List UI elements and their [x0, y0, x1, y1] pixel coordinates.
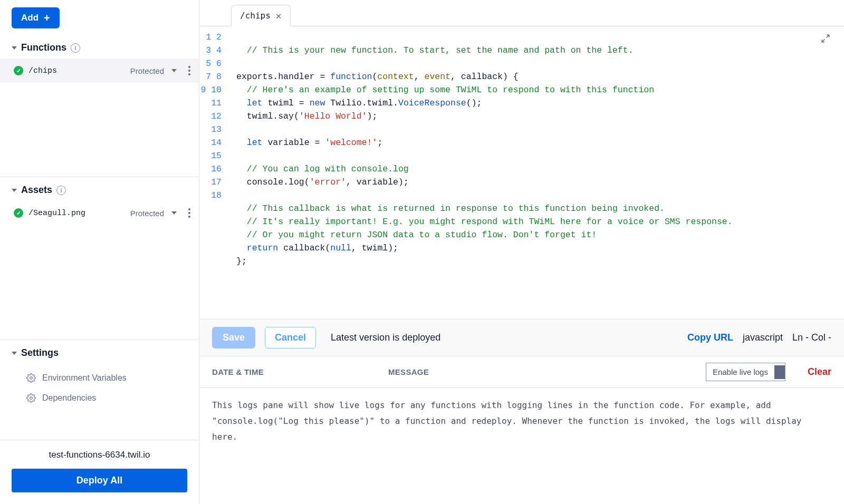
- gear-icon: [26, 393, 36, 403]
- close-icon[interactable]: ✕: [276, 11, 282, 21]
- logs-header: DATE & TIME MESSAGE Enable live logs Cle…: [199, 356, 844, 388]
- logs-col-date: DATE & TIME: [212, 367, 376, 376]
- line-gutter: 1 2 3 4 5 6 7 8 9 10 11 12 13 14 15 16 1…: [199, 31, 227, 319]
- gear-icon: [26, 373, 36, 383]
- asset-item-seagull[interactable]: /Seagull.png Protected: [0, 201, 199, 225]
- functions-section: Functions i /chips Protected: [0, 35, 199, 177]
- clear-logs-button[interactable]: Clear: [808, 366, 831, 377]
- info-icon[interactable]: i: [56, 186, 66, 195]
- deploy-url: test-functions-6634.twil.io: [12, 450, 187, 460]
- chevron-down-icon[interactable]: [171, 211, 177, 215]
- add-button[interactable]: Add +: [12, 7, 60, 28]
- status-ok-icon: [14, 66, 23, 75]
- toggle-icon: [774, 365, 785, 379]
- copy-url-link[interactable]: Copy URL: [687, 332, 733, 343]
- function-item-chips[interactable]: /chips Protected: [0, 59, 199, 83]
- caret-down-icon: [12, 189, 17, 192]
- settings-deps-label: Dependencies: [42, 393, 96, 403]
- tab-label: /chips: [240, 11, 271, 21]
- tab-bar: /chips ✕: [199, 0, 844, 26]
- assets-header[interactable]: Assets i: [0, 177, 199, 201]
- logs-col-message: MESSAGE: [388, 367, 693, 376]
- settings-env-vars[interactable]: Environment Variables: [0, 368, 199, 388]
- function-visibility: Protected: [130, 66, 164, 75]
- function-menu-button[interactable]: [186, 64, 193, 77]
- settings-header[interactable]: Settings: [0, 340, 199, 364]
- code-content[interactable]: // This is your new function. To start, …: [227, 31, 844, 319]
- info-icon[interactable]: i: [71, 43, 80, 53]
- settings-title: Settings: [21, 347, 59, 358]
- asset-visibility: Protected: [130, 209, 164, 218]
- sidebar: Add + Functions i /chips Protected Asset…: [0, 0, 199, 504]
- chevron-down-icon[interactable]: [171, 69, 177, 72]
- enable-live-logs-button[interactable]: Enable live logs: [706, 363, 785, 381]
- settings-section: Settings Environment Variables Dependenc…: [0, 340, 199, 440]
- cursor-position: Ln - Col -: [792, 332, 831, 343]
- status-bar: Save Cancel Latest version is deployed C…: [199, 319, 844, 356]
- deploy-status: Latest version is deployed: [331, 332, 678, 343]
- logs-body: This logs pane will show live logs for a…: [199, 388, 844, 504]
- code-editor[interactable]: 1 2 3 4 5 6 7 8 9 10 11 12 13 14 15 16 1…: [199, 26, 844, 319]
- cancel-button[interactable]: Cancel: [265, 327, 316, 348]
- save-button[interactable]: Save: [212, 327, 255, 348]
- svg-point-1: [30, 397, 33, 400]
- caret-down-icon: [12, 352, 17, 355]
- plus-icon: +: [44, 13, 50, 23]
- settings-env-label: Environment Variables: [42, 373, 127, 383]
- asset-menu-button[interactable]: [186, 206, 193, 220]
- asset-name: /Seagull.png: [28, 209, 125, 218]
- assets-title: Assets: [21, 185, 52, 196]
- function-name: /chips: [28, 66, 125, 75]
- expand-icon[interactable]: [821, 34, 830, 47]
- svg-point-0: [30, 377, 33, 380]
- functions-title: Functions: [21, 42, 66, 53]
- caret-down-icon: [12, 46, 17, 50]
- status-ok-icon: [14, 208, 23, 218]
- assets-section: Assets i /Seagull.png Protected: [0, 177, 199, 340]
- functions-header[interactable]: Functions i: [0, 35, 199, 59]
- live-logs-label: Enable live logs: [713, 367, 768, 376]
- tab-chips[interactable]: /chips ✕: [231, 5, 291, 26]
- language-indicator: javascript: [743, 332, 783, 343]
- settings-dependencies[interactable]: Dependencies: [0, 388, 199, 408]
- add-button-label: Add: [21, 13, 39, 23]
- deploy-block: test-functions-6634.twil.io Deploy All: [0, 440, 199, 504]
- main-pane: /chips ✕ 1 2 3 4 5 6 7 8 9 10 11 12 13 1…: [199, 0, 844, 504]
- deploy-all-button[interactable]: Deploy All: [12, 469, 187, 492]
